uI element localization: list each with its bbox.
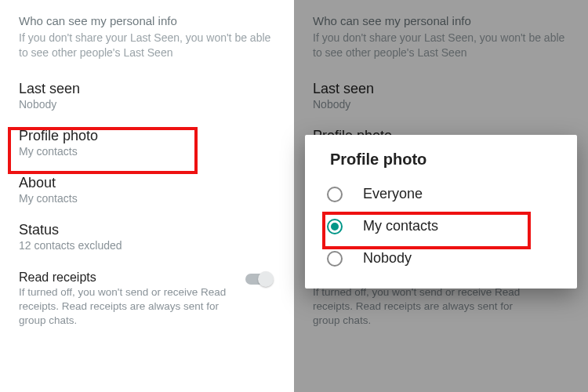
side-by-side-screenshots: Who can see my personal info If you don'…	[0, 0, 588, 392]
setting-title: Profile photo	[19, 128, 275, 144]
privacy-items: Last seen Nobody Profile photo My contac…	[0, 64, 294, 336]
dialog-title: Profile photo	[330, 151, 569, 169]
setting-about[interactable]: About My contacts	[0, 165, 294, 212]
radio-icon	[327, 251, 343, 267]
option-nobody[interactable]: Nobody	[313, 242, 569, 274]
setting-value: 12 contacts excluded	[19, 239, 275, 252]
read-receipts-toggle[interactable]	[245, 274, 272, 285]
option-everyone[interactable]: Everyone	[313, 178, 569, 210]
profile-photo-dialog: Profile photo Everyone My contacts Nobod…	[305, 135, 577, 289]
privacy-settings-screen-right: Who can see my personal info If you don'…	[294, 0, 588, 392]
privacy-header-title: Who can see my personal info	[19, 14, 275, 27]
privacy-header-subtitle: If you don't share your Last Seen, you w…	[19, 31, 275, 60]
setting-value: My contacts	[19, 145, 275, 158]
radio-icon	[327, 219, 343, 234]
setting-value: My contacts	[19, 192, 275, 205]
privacy-header: Who can see my personal info If you don'…	[0, 0, 294, 64]
privacy-settings-screen-left: Who can see my personal info If you don'…	[0, 0, 294, 392]
setting-value: If turned off, you won't send or receive…	[19, 285, 238, 328]
setting-title: Read receipts	[19, 270, 238, 285]
option-label: Everyone	[363, 186, 423, 202]
option-label: My contacts	[363, 218, 438, 234]
setting-value: Nobody	[19, 98, 275, 111]
radio-icon	[327, 187, 343, 202]
setting-title: About	[19, 175, 275, 191]
option-label: Nobody	[363, 250, 412, 267]
setting-last-seen[interactable]: Last seen Nobody	[0, 71, 294, 118]
setting-title: Status	[19, 222, 275, 238]
setting-read-receipts[interactable]: Read receipts If turned off, you won't s…	[0, 260, 294, 336]
setting-status[interactable]: Status 12 contacts excluded	[0, 212, 294, 260]
setting-title: Last seen	[19, 81, 275, 97]
option-my-contacts[interactable]: My contacts	[313, 210, 569, 242]
setting-profile-photo[interactable]: Profile photo My contacts	[0, 118, 294, 165]
